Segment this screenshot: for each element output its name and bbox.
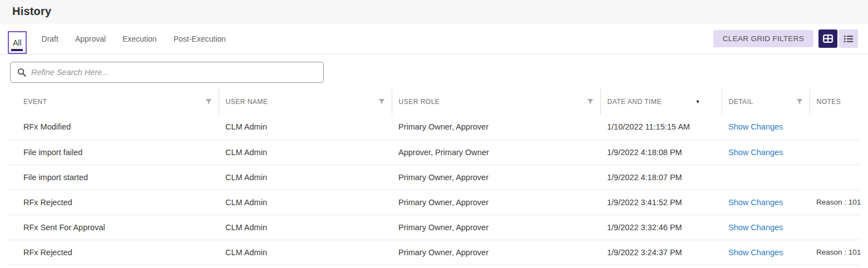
column-label: USER NAME [226,98,268,106]
grid-view-icon [823,34,833,43]
column-header-event[interactable]: EVENT [8,89,219,115]
event-cell: RFx Sent For Approval [8,215,219,240]
notes-cell: Reason : 101 [810,240,860,265]
user-name-cell: CLM Admin [219,240,392,265]
show-changes-link[interactable]: Show Changes [728,148,783,157]
tab-execution[interactable]: Execution [114,23,165,54]
tab-all[interactable]: All [8,31,27,54]
show-changes-link[interactable]: Show Changes [728,248,783,257]
show-changes-link[interactable]: Show Changes [728,122,783,131]
tab-post-execution[interactable]: Post-Execution [165,23,234,54]
notes-cell: Reason : 101 [810,190,860,215]
detail-cell [722,165,810,190]
table-header-row: EVENTUSER NAMEUSER ROLEDATE AND TIME▼DET… [8,89,860,115]
notes-cell [810,215,860,240]
history-tabs: AllDraftApprovalExecutionPost-Execution [8,23,234,54]
table-row: File import failedCLM AdminApprover, Pri… [8,140,860,165]
date-time-cell: 1/9/2022 3:41:52 PM [600,190,722,215]
user-role-cell: Primary Owner, Approver [392,240,600,265]
user-role-cell: Approver, Primary Owner [392,140,600,165]
user-name-cell: CLM Admin [219,190,392,215]
list-view-icon [844,35,853,43]
event-cell: File import failed [8,140,219,165]
detail-cell: Show Changes [722,190,810,215]
search-input[interactable] [31,68,317,77]
list-view-toggle[interactable] [839,29,858,48]
page-header: History [0,0,868,23]
date-time-cell: 1/10/2022 11:15:15 AM [600,115,722,140]
sort-desc-icon[interactable]: ▼ [696,100,701,105]
tab-approval[interactable]: Approval [67,23,114,54]
history-table: EVENTUSER NAMEUSER ROLEDATE AND TIME▼DET… [8,89,860,265]
filter-icon[interactable] [378,98,385,105]
user-role-cell: Primary Owner, Approver [392,115,600,140]
show-changes-link[interactable]: Show Changes [728,198,783,207]
detail-cell: Show Changes [722,115,810,140]
event-cell: RFx Rejected [8,240,219,265]
table-row: RFx ModifiedCLM AdminPrimary Owner, Appr… [8,115,860,140]
user-role-cell: Primary Owner, Approver [392,190,600,215]
filter-icon[interactable] [796,98,803,105]
column-label: DATE AND TIME [608,98,662,106]
detail-cell: Show Changes [722,140,810,165]
date-time-cell: 1/9/2022 4:18:08 PM [600,140,722,165]
column-header-notes[interactable]: NOTES [810,89,860,115]
grid-view-toggle[interactable] [818,29,837,48]
filter-icon[interactable] [587,98,594,105]
date-time-cell: 1/9/2022 3:32:46 PM [600,215,722,240]
toolbar: AllDraftApprovalExecutionPost-Execution … [0,23,868,54]
notes-cell [810,165,860,190]
tab-draft[interactable]: Draft [33,23,67,54]
user-name-cell: CLM Admin [219,140,392,165]
user-name-cell: CLM Admin [219,215,392,240]
column-label: EVENT [23,98,47,106]
event-cell: RFx Rejected [8,190,219,215]
user-name-cell: CLM Admin [219,165,392,190]
view-toggle-group [818,29,858,48]
page-title: History [12,5,51,18]
table-row: RFx RejectedCLM AdminPrimary Owner, Appr… [8,240,860,265]
table-row: RFx Sent For ApprovalCLM AdminPrimary Ow… [8,215,860,240]
detail-cell: Show Changes [722,215,810,240]
notes-cell [810,115,860,140]
detail-cell: Show Changes [722,240,810,265]
user-name-cell: CLM Admin [219,115,392,140]
column-header-detail[interactable]: DETAIL [722,89,810,115]
search-box[interactable] [10,62,324,83]
event-cell: RFx Modified [8,115,219,140]
notes-cell [810,140,860,165]
clear-grid-filters-button[interactable]: CLEAR GRID FILTERS [713,30,813,47]
date-time-cell: 1/9/2022 4:18:07 PM [600,165,722,190]
search-row [0,54,868,89]
table-row: File import startedCLM AdminPrimary Owne… [8,165,860,190]
search-icon [17,68,26,77]
user-role-cell: Primary Owner, Approver [392,215,600,240]
show-changes-link[interactable]: Show Changes [728,223,783,232]
date-time-cell: 1/9/2022 3:24:37 PM [600,240,722,265]
user-role-cell: Primary Owner, Approver [392,165,600,190]
column-header-date-and-time[interactable]: DATE AND TIME▼ [600,89,722,115]
toolbar-actions: CLEAR GRID FILTERS [713,29,858,48]
column-label: DETAIL [729,98,753,106]
column-label: NOTES [817,98,841,106]
table-row: RFx RejectedCLM AdminPrimary Owner, Appr… [8,190,860,215]
column-header-user-name[interactable]: USER NAME [219,89,392,115]
column-header-user-role[interactable]: USER ROLE [392,89,600,115]
event-cell: File import started [8,165,219,190]
column-label: USER ROLE [399,98,440,106]
filter-icon[interactable] [205,98,212,105]
